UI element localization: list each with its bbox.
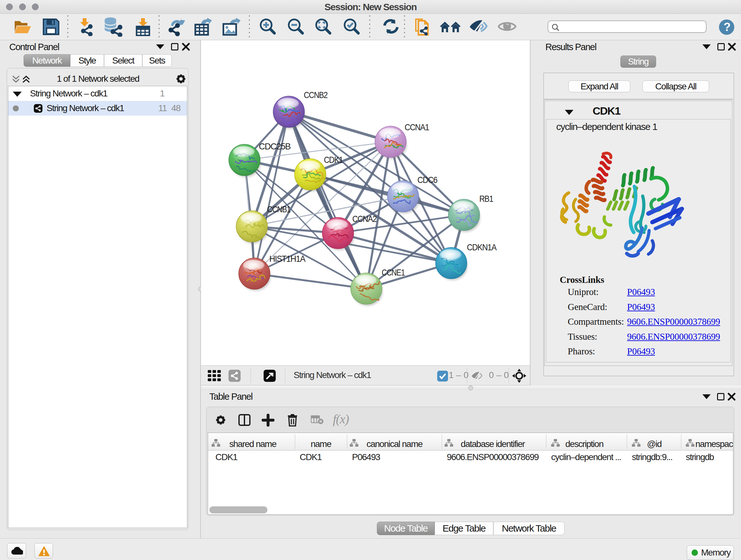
svg-text:RB1: RB1 xyxy=(479,194,493,204)
svg-text:CCNB2: CCNB2 xyxy=(304,90,328,100)
svg-text:CCNE1: CCNE1 xyxy=(382,267,405,277)
svg-text:CCNA1: CCNA1 xyxy=(405,122,429,132)
svg-text:CDC6: CDC6 xyxy=(417,175,437,185)
svg-text:CDK1: CDK1 xyxy=(324,155,343,165)
svg-text:HIST1H1A: HIST1H1A xyxy=(269,254,306,264)
svg-text:CDKN1A: CDKN1A xyxy=(467,242,497,252)
svg-text:?: ? xyxy=(724,20,730,34)
svg-text:CDC25B: CDC25B xyxy=(259,141,291,151)
svg-text:CCNB1: CCNB1 xyxy=(267,204,291,214)
svg-text:CCNA2: CCNA2 xyxy=(352,214,377,224)
